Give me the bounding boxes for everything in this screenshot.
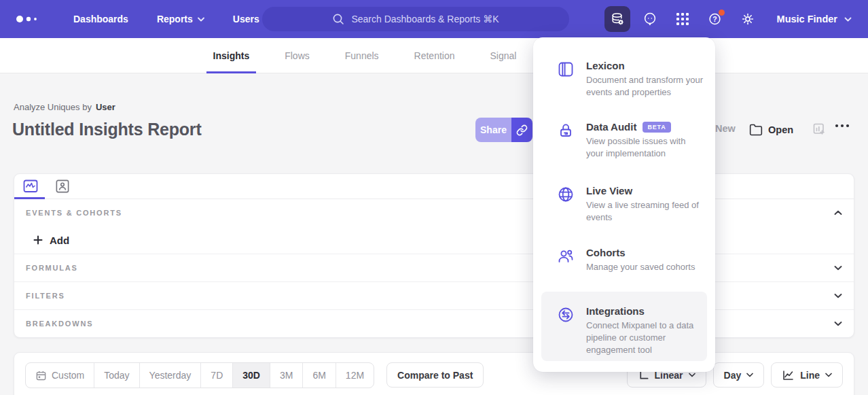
svg-text:?: ? [712, 15, 717, 23]
date-range-segmented-control: Custom Today Yesterday 7D 30D 3M 6M 12M [25, 362, 374, 388]
range-12m[interactable]: 12M [336, 363, 374, 388]
integrations-desc: Connect Mixpanel to a data pipeline or c… [586, 320, 703, 356]
range-custom[interactable]: Custom [26, 363, 94, 388]
plus-icon [33, 235, 43, 245]
ellipsis-icon [834, 123, 850, 128]
live-view-icon [557, 186, 575, 203]
add-label: Add [50, 235, 69, 246]
cohorts-desc: Manage your saved cohorts [586, 261, 703, 273]
topbar-icon-group: ? Music Finder [604, 0, 868, 38]
query-builder-panel: EVENTS & COHORTS Add FORMULAS FILTERS BR… [14, 173, 854, 338]
project-name: Music Finder [777, 14, 837, 24]
range-custom-label: Custom [52, 370, 84, 381]
popover-item-integrations[interactable]: Integrations Connect Mixpanel to a data … [541, 292, 707, 361]
database-gear-icon [610, 12, 625, 27]
chevron-down-icon[interactable] [834, 293, 842, 298]
tab-flows[interactable]: Flows [285, 38, 310, 73]
nav-reports-label: Reports [157, 14, 193, 24]
formulas-label: FORMULAS [26, 264, 78, 272]
copy-link-button[interactable] [511, 118, 532, 142]
mixpanel-logo[interactable] [15, 14, 43, 24]
filters-section-header[interactable]: FILTERS [14, 281, 854, 309]
chevron-down-icon[interactable] [834, 321, 842, 326]
open-report-button[interactable]: Open [749, 123, 793, 137]
analyze-entity[interactable]: User [96, 102, 115, 112]
more-options-button[interactable] [834, 123, 850, 128]
top-nav-bar: Dashboards Reports Users Search Dashboar… [0, 0, 868, 38]
range-7d[interactable]: 7D [200, 363, 232, 388]
apps-grid-icon [676, 12, 689, 26]
chevron-up-icon[interactable] [834, 210, 842, 216]
filters-label: FILTERS [26, 292, 65, 300]
search-input[interactable]: Search Dashboards & Reports ⌘K [262, 7, 569, 31]
chevron-down-icon [825, 373, 832, 377]
range-today[interactable]: Today [94, 363, 139, 388]
search-placeholder: Search Dashboards & Reports ⌘K [351, 14, 499, 24]
range-3m[interactable]: 3M [270, 363, 302, 388]
person-square-icon [56, 179, 69, 193]
chevron-down-icon[interactable] [834, 265, 842, 271]
metrics-view-tab[interactable] [23, 179, 38, 193]
formulas-section-header[interactable]: FORMULAS [14, 254, 854, 281]
search-icon [332, 13, 344, 25]
range-30d[interactable]: 30D [232, 363, 270, 388]
events-cohorts-section-header[interactable]: EVENTS & COHORTS [14, 199, 854, 226]
nav-dashboards-label: Dashboards [73, 14, 128, 24]
nav-dashboards[interactable]: Dashboards [73, 14, 128, 24]
report-title[interactable]: Untitled Insights Report [12, 120, 202, 139]
tab-insights[interactable]: Insights [213, 38, 250, 73]
data-audit-desc: View possible issues with your implement… [586, 135, 703, 160]
popover-item-live-view[interactable]: Live View View a live streaming feed of … [541, 185, 707, 224]
lexicon-desc: Document and transform your events and p… [586, 74, 703, 99]
popover-item-text: Integrations Connect Mixpanel to a data … [586, 305, 703, 356]
feedback-button[interactable] [637, 6, 663, 32]
chart-square-icon [23, 179, 38, 193]
range-6m[interactable]: 6M [302, 363, 335, 388]
integrations-icon [557, 306, 575, 324]
settings-button[interactable] [735, 6, 761, 32]
data-management-button[interactable] [604, 6, 630, 32]
report-tab-bar: Insights Flows Funnels Retention Signal … [0, 38, 868, 73]
chat-bubble-icon [643, 12, 657, 27]
tab-retention[interactable]: Retention [414, 38, 455, 73]
live-view-desc: View a live streaming feed of events [586, 199, 703, 224]
nav-reports[interactable]: Reports [157, 14, 204, 24]
chevron-down-icon [746, 373, 753, 377]
project-switcher[interactable]: Music Finder [777, 14, 852, 24]
tab-funnels[interactable]: Funnels [345, 38, 379, 73]
chart-type-label: Line [800, 370, 820, 381]
notification-dot [719, 10, 725, 16]
range-yesterday[interactable]: Yesterday [139, 363, 201, 388]
share-button[interactable]: Share [475, 118, 511, 142]
integrations-title: Integrations [586, 305, 645, 317]
compare-to-past-button[interactable]: Compare to Past [386, 362, 484, 388]
cohorts-title: Cohorts [586, 247, 626, 258]
popover-item-cohorts[interactable]: Cohorts Manage your saved cohorts [541, 247, 707, 273]
popover-item-text: Cohorts Manage your saved cohorts [586, 247, 703, 273]
add-event-button[interactable]: Add [14, 226, 854, 254]
help-button[interactable]: ? [702, 6, 728, 32]
popover-item-data-audit[interactable]: Data AuditBETA View possible issues with… [541, 121, 707, 160]
add-chart-icon [812, 122, 826, 136]
interval-select[interactable]: Day [713, 362, 765, 388]
popover-item-lexicon[interactable]: Lexicon Document and transform your even… [541, 60, 707, 99]
breakdowns-label: BREAKDOWNS [26, 320, 93, 328]
share-button-group: Share [475, 118, 532, 142]
breakdowns-section-header[interactable]: BREAKDOWNS [14, 309, 854, 337]
folder-icon [749, 123, 763, 137]
chevron-down-icon [198, 17, 204, 22]
popover-item-text: Live View View a live streaming feed of … [586, 185, 703, 224]
active-tab-underline [14, 197, 45, 199]
add-to-dashboard-button[interactable] [812, 122, 826, 136]
data-audit-title: Data Audit [586, 121, 636, 133]
analyze-uniques-line: Analyze Uniques byUser [14, 102, 115, 112]
apps-grid-button[interactable] [670, 6, 695, 32]
nav-users[interactable]: Users [233, 14, 259, 24]
profiles-view-tab[interactable] [56, 179, 69, 193]
chart-type-select[interactable]: Line [771, 362, 843, 388]
data-management-popover: Lexicon Document and transform your even… [533, 37, 715, 372]
new-report-button[interactable]: New [715, 123, 736, 134]
line-chart-icon [782, 369, 795, 381]
tab-signal[interactable]: Signal [490, 38, 517, 73]
cohorts-icon [557, 247, 575, 265]
